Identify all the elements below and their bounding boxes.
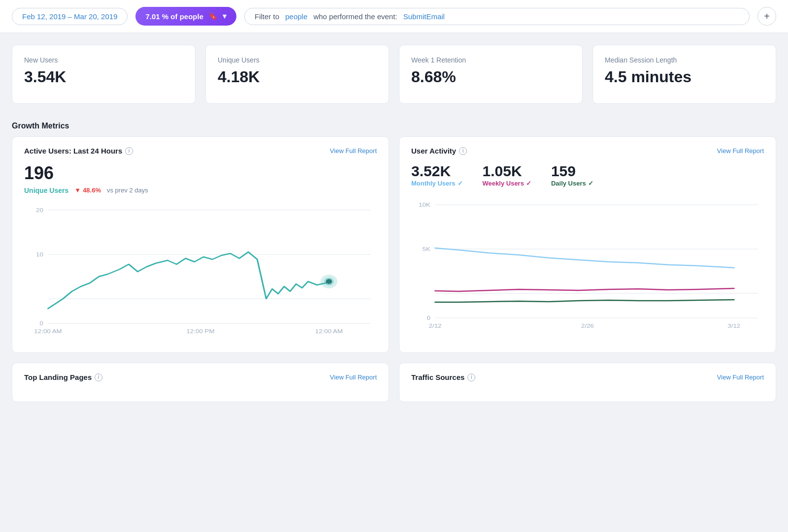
landing-pages-info-icon[interactable]: i (95, 374, 102, 381)
session-length-value: 4.5 minutes (605, 68, 764, 86)
new-users-value: 3.54K (24, 68, 183, 86)
weekly-value: 1.05K (483, 163, 531, 180)
active-users-view-full[interactable]: View Full Report (330, 147, 377, 155)
daily-metric: 159 Daily Users ✓ (551, 163, 593, 187)
weekly-metric: 1.05K Weekly Users ✓ (483, 163, 531, 187)
percent-filter-button[interactable]: 7.01 % of people 🔖 ▾ (135, 7, 236, 26)
new-users-label: New Users (24, 56, 183, 64)
svg-text:3/12: 3/12 (727, 323, 740, 329)
top-bar: Feb 12, 2019 – Mar 20, 2019 7.01 % of pe… (0, 0, 788, 33)
svg-text:12:00 AM: 12:00 AM (34, 328, 62, 335)
add-filter-button[interactable]: + (757, 7, 776, 26)
monthly-value: 3.52K (411, 163, 463, 180)
active-users-info-icon[interactable]: i (125, 147, 133, 155)
plus-icon: + (764, 11, 770, 22)
svg-text:0: 0 (427, 315, 430, 321)
svg-text:2/26: 2/26 (581, 323, 594, 329)
weekly-label: Weekly Users ✓ (483, 180, 531, 187)
active-count: 196 (24, 163, 377, 184)
landing-pages-title: Top Landing Pages i (24, 373, 102, 381)
traffic-sources-view-full[interactable]: View Full Report (717, 374, 764, 381)
prev-label: vs prev 2 days (107, 187, 148, 194)
daily-value: 159 (551, 163, 593, 180)
user-activity-title: User Activity i (411, 147, 467, 155)
landing-pages-view-full[interactable]: View Full Report (330, 374, 377, 381)
user-activity-chart: 10K 5K 0 2/12 2/26 3/12 (411, 195, 764, 333)
session-length-label: Median Session Length (605, 56, 764, 64)
active-users-panel: Active Users: Last 24 Hours i View Full … (12, 136, 389, 353)
filter-people-link[interactable]: people (285, 12, 307, 21)
bottom-row: Top Landing Pages i View Full Report Tra… (0, 363, 788, 412)
stat-cards-row: New Users 3.54K Unique Users 4.18K Week … (0, 33, 788, 110)
unique-users-value: 4.18K (218, 68, 377, 86)
traffic-sources-info-icon[interactable]: i (467, 374, 475, 381)
unique-users-label: Unique Users (24, 187, 68, 194)
unique-users-label: Unique Users (218, 56, 377, 64)
chart-row: Active Users: Last 24 Hours i View Full … (0, 136, 788, 363)
svg-text:0: 0 (39, 320, 43, 327)
user-activity-info-icon[interactable]: i (459, 147, 467, 155)
traffic-sources-header: Traffic Sources i View Full Report (411, 373, 764, 381)
change-badge: ▼ 48.6% (74, 187, 101, 194)
filter-bar: Filter to people who performed the event… (244, 8, 750, 25)
growth-metrics-title: Growth Metrics (0, 110, 788, 136)
down-arrow-icon: ▼ (74, 187, 81, 194)
active-users-chart: 20 10 0 12:00 AM 12:00 PM 12:00 AM (24, 200, 377, 338)
svg-text:12:00 PM: 12:00 PM (186, 328, 214, 335)
filter-middle: who performed the event: (313, 12, 397, 21)
percent-label: 7.01 % of people (145, 12, 203, 21)
monthly-label: Monthly Users ✓ (411, 180, 463, 187)
monthly-check-icon: ✓ (458, 180, 463, 187)
user-activity-panel: User Activity i View Full Report 3.52K M… (399, 136, 776, 353)
stat-card-retention: Week 1 Retention 8.68% (399, 45, 583, 104)
filter-event-link[interactable]: SubmitEmail (403, 12, 445, 21)
active-users-title: Active Users: Last 24 Hours i (24, 147, 133, 155)
ua-metrics: 3.52K Monthly Users ✓ 1.05K Weekly Users… (411, 163, 764, 187)
traffic-sources-title: Traffic Sources i (411, 373, 475, 381)
user-activity-header: User Activity i View Full Report (411, 147, 764, 155)
top-landing-pages-panel: Top Landing Pages i View Full Report (12, 363, 389, 402)
stat-card-session-length: Median Session Length 4.5 minutes (592, 45, 776, 104)
date-range-button[interactable]: Feb 12, 2019 – Mar 20, 2019 (12, 8, 128, 25)
user-activity-view-full[interactable]: View Full Report (717, 147, 764, 155)
retention-value: 8.68% (411, 68, 570, 86)
svg-point-12 (326, 279, 332, 284)
weekly-check-icon: ✓ (526, 180, 531, 187)
daily-check-icon: ✓ (588, 180, 593, 187)
bookmark-icon: 🔖 (208, 12, 218, 21)
svg-text:20: 20 (36, 207, 43, 214)
retention-label: Week 1 Retention (411, 56, 570, 64)
svg-text:2/12: 2/12 (429, 323, 442, 329)
landing-pages-header: Top Landing Pages i View Full Report (24, 373, 377, 381)
stat-card-new-users: New Users 3.54K (12, 45, 196, 104)
active-users-header: Active Users: Last 24 Hours i View Full … (24, 147, 377, 155)
traffic-sources-panel: Traffic Sources i View Full Report (399, 363, 776, 402)
monthly-metric: 3.52K Monthly Users ✓ (411, 163, 463, 187)
svg-text:10K: 10K (419, 202, 431, 208)
stat-card-unique-users: Unique Users 4.18K (205, 45, 389, 104)
change-percent: 48.6% (83, 187, 101, 194)
svg-text:12:00 AM: 12:00 AM (315, 328, 343, 335)
svg-text:5K: 5K (423, 246, 431, 252)
daily-label: Daily Users ✓ (551, 180, 593, 187)
svg-text:10: 10 (36, 251, 43, 258)
chevron-down-icon: ▾ (223, 12, 227, 21)
filter-prefix: Filter to (255, 12, 279, 21)
